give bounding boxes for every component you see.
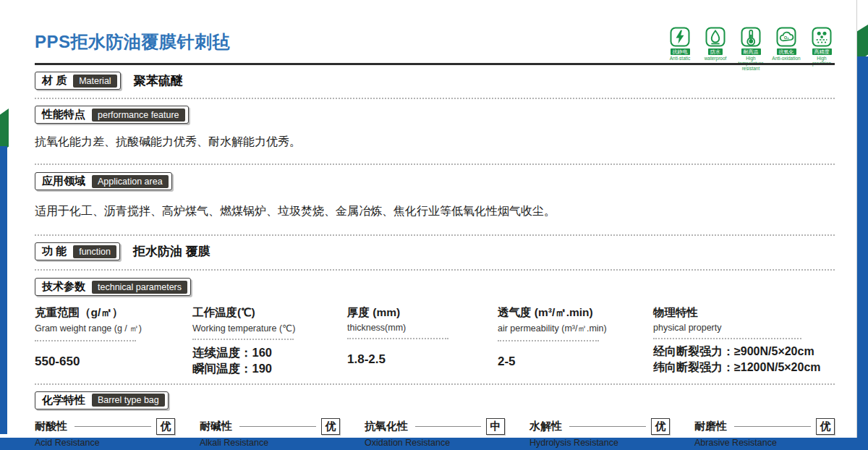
chemical-properties-row: 耐酸性 优 Acid Resistance 耐碱性 优 Alkali Resis… xyxy=(35,418,835,448)
chem-acid-resistance: 耐酸性 优 Acid Resistance xyxy=(35,418,175,448)
function-label-en: function xyxy=(73,245,116,258)
performance-label-en: performance feature xyxy=(92,109,185,122)
chem-grade-badge: 中 xyxy=(486,418,505,435)
section-performance: 性能特点 performance feature xyxy=(35,106,835,124)
performance-text: 抗氧化能力差、抗酸碱能力优秀、耐水解能力优秀。 xyxy=(35,135,835,150)
chem-name-en: Oxidation Resistance xyxy=(365,438,505,448)
left-green-accent-bar xyxy=(0,109,9,152)
application-label-en: Application area xyxy=(92,175,169,188)
param-value: 2-5 xyxy=(498,355,653,369)
chemical-label-en: Barrel type bag xyxy=(92,394,165,407)
title-rule xyxy=(35,63,835,65)
divider xyxy=(35,164,835,165)
section-application: 应用领域 Application area xyxy=(35,172,835,190)
material-label-en: Material xyxy=(73,75,116,88)
divider xyxy=(35,234,835,236)
function-label-cn: 功 能 xyxy=(42,245,67,258)
section-technical: 技术参数 technical parameters xyxy=(35,278,835,296)
chem-name-cn: 水解性 xyxy=(529,420,562,433)
function-value: 拒水防油 覆膜 xyxy=(133,243,210,260)
chem-name-en: Abrasive Resistance xyxy=(694,438,835,448)
param-working-temperature: 工作温度(℃) Working temperature (℃) 连续温度：160… xyxy=(192,305,347,377)
divider xyxy=(35,269,835,271)
connector-line xyxy=(75,426,151,427)
param-physical-property: 物理特性 physical property 经向断裂强力：≥900N/5×20… xyxy=(653,305,835,377)
technical-label-cn: 技术参数 xyxy=(42,280,85,294)
chemical-header-box: 化学特性 Barrel type bag xyxy=(35,391,169,409)
param-value: 1.8-2.5 xyxy=(347,352,498,367)
right-blue-accent-bar xyxy=(857,56,868,450)
function-header-box: 功 能 function xyxy=(35,242,120,260)
chem-oxidation-resistance: 抗氧化性 中 Oxidation Resistance xyxy=(365,418,505,448)
chem-abrasive-resistance: 耐磨性 优 Abrasive Resistance xyxy=(694,418,835,448)
technical-label-en: technical parameters xyxy=(92,281,187,294)
param-name-en: Gram weight range (g / ㎡) xyxy=(35,323,192,335)
divider xyxy=(498,340,599,341)
param-name-en: air permeability (m³/㎡.min) xyxy=(498,323,653,335)
param-name-en: physical property xyxy=(653,323,835,333)
divider xyxy=(347,338,448,339)
param-name-cn: 透气度 (m³/㎡.min) xyxy=(498,305,653,320)
chem-name-cn: 抗氧化性 xyxy=(365,420,408,433)
chem-alkali-resistance: 耐碱性 优 Alkali Resistance xyxy=(200,418,340,448)
divider xyxy=(192,339,294,340)
section-material: 材 质 Material 聚苯硫醚 xyxy=(35,72,835,90)
performance-label-cn: 性能特点 xyxy=(42,108,85,122)
chem-name-en: Hydrolysis Resistance xyxy=(529,438,670,448)
param-name-cn: 厚度 (mm) xyxy=(347,305,498,320)
param-value: 550-650 xyxy=(35,355,192,369)
divider xyxy=(35,340,136,341)
performance-header-box: 性能特点 performance feature xyxy=(35,106,189,124)
connector-line xyxy=(239,426,316,427)
chem-grade-badge: 优 xyxy=(156,418,175,435)
chem-name-cn: 耐酸性 xyxy=(35,420,67,433)
param-value: 经向断裂强力：≥900N/5×20cm xyxy=(653,344,835,360)
material-header-box: 材 质 Material xyxy=(35,72,121,90)
chem-grade-badge: 优 xyxy=(816,418,835,435)
application-header-box: 应用领域 Application area xyxy=(35,172,172,190)
application-text: 适用于化工、沥青搅拌、高炉煤气、燃煤锅炉、垃圾焚烧、金属冶炼、焦化行业等低氧化性… xyxy=(35,204,835,219)
param-name-cn: 克重范围（g/㎡） xyxy=(35,305,192,320)
param-thickness: 厚度 (mm) thickness(mm) 1.8-2.5 xyxy=(347,305,498,377)
chem-grade-badge: 优 xyxy=(651,418,670,435)
param-name-en: thickness(mm) xyxy=(347,323,498,333)
technical-parameters-grid: 克重范围（g/㎡） Gram weight range (g / ㎡) 550-… xyxy=(35,305,835,377)
chem-hydrolysis-resistance: 水解性 优 Hydrolysis Resistance xyxy=(529,418,670,448)
param-air-permeability: 透气度 (m³/㎡.min) air permeability (m³/㎡.mi… xyxy=(498,305,653,377)
connector-line xyxy=(415,426,481,427)
param-value: 纬向断裂强力：≥1200N/5×20cm xyxy=(653,360,835,375)
application-label-cn: 应用领域 xyxy=(42,174,85,188)
divider xyxy=(653,338,801,339)
chem-name-en: Alkali Resistance xyxy=(200,438,340,448)
document-content: PPS拒水防油覆膜针刺毡 材 质 Material 聚苯硫醚 性能特点 perf… xyxy=(35,0,835,450)
section-chemical: 化学特性 Barrel type bag xyxy=(35,391,835,409)
technical-header-box: 技术参数 technical parameters xyxy=(35,278,191,296)
divider xyxy=(35,383,835,385)
param-name-cn: 物理特性 xyxy=(653,305,835,320)
chem-name-cn: 耐磨性 xyxy=(694,420,727,433)
chem-grade-badge: 优 xyxy=(321,418,340,435)
material-label-cn: 材 质 xyxy=(42,74,67,88)
connector-line xyxy=(569,426,646,427)
chemical-label-cn: 化学特性 xyxy=(42,394,85,407)
section-function: 功 能 function 拒水防油 覆膜 xyxy=(35,242,835,260)
left-blue-accent-bar xyxy=(0,146,7,434)
chem-name-cn: 耐碱性 xyxy=(200,420,232,433)
page-title: PPS拒水防油覆膜针刺毡 xyxy=(35,30,835,54)
param-value: 瞬间温度：190 xyxy=(192,360,347,376)
param-name-en: Working temperature (℃) xyxy=(192,323,347,334)
divider xyxy=(35,98,835,99)
connector-line xyxy=(734,426,811,427)
chem-name-en: Acid Resistance xyxy=(35,438,175,448)
param-gram-weight: 克重范围（g/㎡） Gram weight range (g / ㎡) 550-… xyxy=(35,305,192,377)
param-name-cn: 工作温度(℃) xyxy=(192,305,347,320)
param-value: 连续温度：160 xyxy=(192,344,347,360)
material-value: 聚苯硫醚 xyxy=(134,72,183,89)
